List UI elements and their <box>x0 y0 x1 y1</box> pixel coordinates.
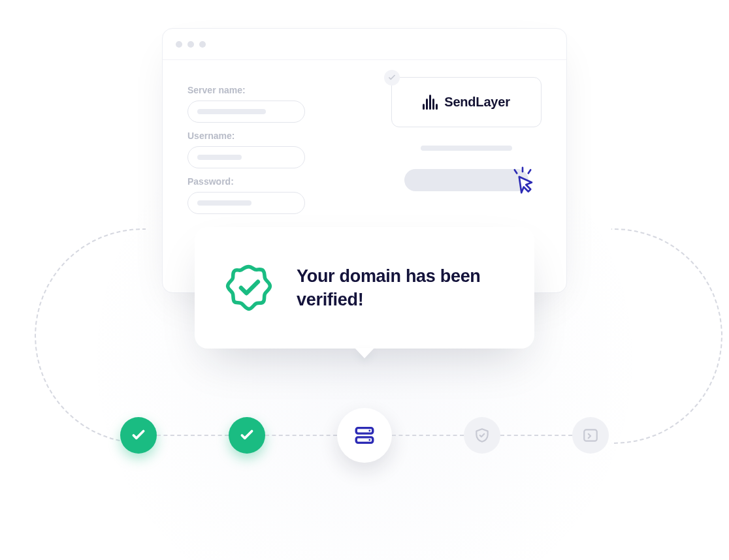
provider-column: SendLayer <box>391 77 542 214</box>
placeholder-bar <box>197 200 251 206</box>
window-dot <box>199 41 206 48</box>
svg-point-6 <box>368 439 370 441</box>
server-name-input[interactable] <box>187 101 305 123</box>
step-2[interactable] <box>229 417 265 454</box>
step-3-current[interactable] <box>337 408 392 463</box>
cursor-click-icon <box>509 166 536 194</box>
verification-message: Your domain has been verified! <box>297 264 504 312</box>
password-input[interactable] <box>187 192 305 214</box>
check-icon <box>130 427 147 444</box>
check-icon <box>238 427 255 444</box>
placeholder-bar <box>421 146 512 151</box>
placeholder-bar <box>197 155 242 160</box>
shield-check-icon <box>474 427 491 444</box>
username-input[interactable] <box>187 146 305 168</box>
verified-badge-icon <box>225 264 273 312</box>
provider-card[interactable]: SendLayer <box>391 77 542 127</box>
smtp-form: Server name: Username: Password: <box>187 77 363 214</box>
progress-track <box>0 408 729 463</box>
track-segment <box>500 435 572 436</box>
server-name-label: Server name: <box>187 85 363 95</box>
password-label: Password: <box>187 176 363 187</box>
track-segment <box>157 435 229 436</box>
step-4[interactable] <box>464 417 500 454</box>
sendlayer-logo-icon <box>423 95 438 110</box>
step-5[interactable] <box>572 417 609 454</box>
browser-title-bar <box>163 29 566 60</box>
terminal-icon <box>582 427 599 444</box>
placeholder-bar <box>197 109 266 114</box>
step-1[interactable] <box>120 417 157 454</box>
server-icon <box>353 424 376 446</box>
track-segment <box>265 435 337 436</box>
window-dot <box>176 41 182 48</box>
svg-line-0 <box>515 170 517 173</box>
svg-line-2 <box>528 170 531 173</box>
illustration-stage: Server name: Username: Password: SendLay… <box>0 0 729 560</box>
check-badge-icon <box>384 70 400 86</box>
username-label: Username: <box>187 131 363 141</box>
verification-popup: Your domain has been verified! <box>195 227 534 349</box>
track-segment <box>392 435 464 436</box>
svg-point-5 <box>368 430 370 432</box>
window-dot <box>187 41 194 48</box>
provider-name: SendLayer <box>444 95 510 110</box>
